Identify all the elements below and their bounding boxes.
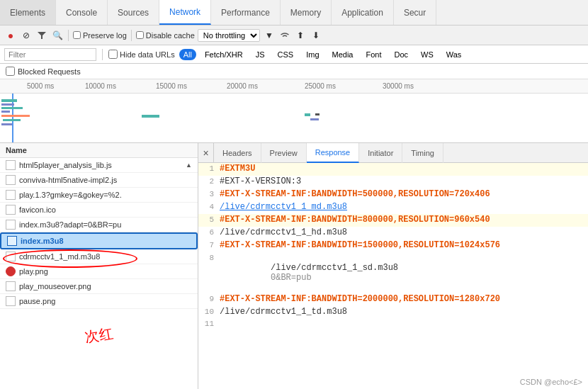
file-name-label: html5player_analysis_lib.js	[19, 161, 182, 169]
svg-rect-12	[315, 113, 320, 115]
separator-2	[131, 30, 132, 41]
file-list-header: Name	[0, 143, 198, 158]
tab-bar: Elements Console Sources Network Perform…	[0, 0, 588, 26]
file-type-icon	[6, 220, 16, 230]
filter-ws-btn[interactable]: WS	[417, 49, 438, 60]
file-list-panel: Name html5player_analysis_lib.js ▲ convi…	[0, 143, 198, 389]
list-item[interactable]: play.1.3?gmkey=&gokey=%2.	[0, 188, 198, 203]
tab-sources[interactable]: Sources	[108, 0, 159, 25]
filter-bar: Hide data URLs All Fetch/XHR JS CSS Img …	[0, 45, 588, 64]
file-name-label: cdrmcctv1_1_md.m3u8	[19, 252, 192, 261]
filter-font-btn[interactable]: Font	[361, 49, 385, 60]
code-line-11: 11	[198, 319, 588, 332]
file-type-icon	[6, 281, 16, 291]
filter-media-btn[interactable]: Media	[328, 49, 358, 60]
filter-input[interactable]	[4, 48, 96, 61]
filter-all-btn[interactable]: All	[179, 49, 196, 60]
throttle-select[interactable]: No throttling	[198, 29, 260, 42]
disable-cache-checkbox[interactable]: Disable cache	[136, 31, 195, 40]
separator-1	[68, 30, 69, 41]
list-item[interactable]: conviva-html5native-impl2.js	[0, 173, 198, 188]
wifi-icon[interactable]	[278, 29, 291, 42]
tab-network[interactable]: Network	[159, 0, 211, 25]
network-tab-label: Network	[169, 7, 200, 17]
svg-rect-4	[1, 107, 23, 109]
list-item[interactable]: html5player_analysis_lib.js ▲	[0, 158, 198, 173]
file-type-icon	[6, 190, 16, 200]
tick-10000: 10000 ms	[85, 82, 116, 90]
svg-rect-6	[1, 115, 30, 117]
main-split: Name html5player_analysis_lib.js ▲ convi…	[0, 143, 588, 389]
throttle-dropdown-icon[interactable]: ▼	[263, 29, 276, 42]
tab-console[interactable]: Console	[56, 0, 108, 25]
code-line-4: 4 /live/cdrmcctv1_1_md.m3u8	[198, 201, 588, 214]
tab-preview[interactable]: Preview	[261, 143, 307, 163]
response-content[interactable]: 1 #EXTM3U 2 #EXT-X-VERSION:3 3 #EXT-X-ST…	[198, 163, 588, 389]
code-line-5: 5 #EXT-X-STREAM-INF:BANDWIDTH=800000,RES…	[198, 214, 588, 227]
hide-data-urls-checkbox[interactable]: Hide data URLs	[108, 50, 175, 59]
file-name-label: play_mouseover.png	[19, 282, 192, 291]
blocked-requests-label: Blocked Requests	[18, 67, 81, 76]
list-item[interactable]: play.png	[0, 264, 198, 279]
file-name-label: favicon.ico	[19, 205, 192, 214]
list-item[interactable]: favicon.ico	[0, 203, 198, 218]
file-name-label: play.png	[19, 267, 192, 276]
tick-15000: 15000 ms	[156, 82, 187, 90]
close-panel-button[interactable]: ×	[198, 143, 214, 163]
svg-rect-2	[1, 99, 17, 102]
file-type-icon	[6, 266, 16, 276]
filter-js-btn[interactable]: JS	[251, 49, 269, 60]
file-name-label: index.m3u8	[21, 237, 191, 245]
file-name-label: play.1.3?gmkey=&gokey=%2.	[19, 191, 192, 199]
tab-initiator[interactable]: Initiator	[359, 143, 402, 163]
code-line-2: 2 #EXT-X-VERSION:3	[198, 176, 588, 188]
tab-application[interactable]: Application	[332, 0, 394, 25]
url-tooltip: https://cctvcncw.v.wscdn.com/8/...	[37, 232, 151, 233]
security-tab-label: Secur	[404, 8, 426, 18]
code-line-1: 1 #EXTM3U	[198, 163, 588, 176]
svg-rect-8	[1, 123, 12, 125]
list-item-selected[interactable]: index.m3u8 https://cctvcncw.v.wscdn.com/…	[0, 232, 198, 249]
tab-headers[interactable]: Headers	[214, 143, 261, 163]
svg-rect-3	[1, 103, 14, 106]
file-type-icon	[6, 160, 16, 170]
svg-rect-9	[142, 115, 159, 118]
list-item[interactable]: index.m3u8?adapt=0&BR=pu	[0, 218, 198, 232]
search-icon[interactable]: 🔍	[51, 29, 64, 42]
scroll-indicator: ▲	[186, 162, 192, 169]
stop-button[interactable]: ⊘	[20, 29, 33, 42]
record-button[interactable]: ●	[4, 29, 17, 42]
list-item[interactable]: play_mouseover.png	[0, 279, 198, 294]
svg-marker-0	[38, 32, 46, 39]
application-tab-label: Application	[341, 8, 383, 18]
filter-xhr-btn[interactable]: Fetch/XHR	[200, 49, 247, 60]
blocked-requests-checkbox[interactable]	[6, 67, 15, 76]
network-toolbar: ● ⊘ 🔍 Preserve log Disable cache No thro…	[0, 26, 588, 45]
elements-tab-label: Elements	[10, 8, 45, 18]
download-icon[interactable]: ⬇	[310, 29, 322, 42]
svg-rect-10	[305, 113, 310, 116]
filter-doc-btn[interactable]: Doc	[390, 49, 412, 60]
tick-5000: 5000 ms	[27, 82, 54, 90]
tab-timing[interactable]: Timing	[402, 143, 443, 163]
filter-icon[interactable]	[35, 29, 48, 42]
svg-rect-11	[310, 118, 319, 120]
tab-performance[interactable]: Performance	[211, 0, 281, 25]
filter-img-btn[interactable]: Img	[302, 49, 323, 60]
memory-tab-label: Memory	[290, 8, 321, 18]
tab-response[interactable]: Response	[307, 143, 360, 163]
tab-elements[interactable]: Elements	[0, 0, 56, 25]
tab-security[interactable]: Secur	[394, 0, 436, 25]
file-type-icon	[7, 236, 17, 246]
list-item[interactable]: cdrmcctv1_1_md.m3u8	[0, 249, 198, 264]
filter-css-btn[interactable]: CSS	[273, 49, 298, 60]
code-line-10: 10 /live/cdrmcctv1_1_td.m3u8	[198, 306, 588, 319]
right-tabs: × Headers Preview Response Initiator Tim…	[198, 143, 588, 163]
file-name-label: conviva-html5native-impl2.js	[19, 176, 192, 184]
right-panel: × Headers Preview Response Initiator Tim…	[198, 143, 588, 389]
preserve-log-checkbox[interactable]: Preserve log	[73, 31, 127, 40]
filter-was-btn[interactable]: Was	[442, 49, 466, 60]
upload-icon[interactable]: ⬆	[294, 29, 307, 42]
list-item[interactable]: pause.png	[0, 294, 198, 309]
tab-memory[interactable]: Memory	[281, 0, 332, 25]
